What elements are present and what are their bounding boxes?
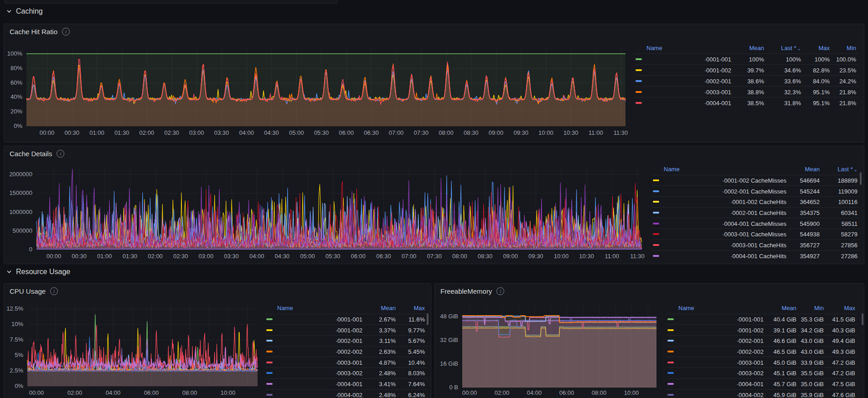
legend-row[interactable]: ·0003-0014.87%10.4% — [265, 357, 428, 367]
legend-series-name: ·0001-001 — [737, 316, 764, 322]
x-tick-label: 03:30 — [214, 129, 229, 136]
x-tick-label: 06:00 — [144, 389, 159, 396]
legend-column-mean[interactable]: Mean — [781, 304, 796, 311]
legend-value-max: 41.5 GiB — [832, 316, 855, 322]
legend-column-max[interactable]: Max — [844, 304, 855, 311]
legend-row[interactable]: ·0003-0022.48%8.03% — [265, 367, 428, 378]
legend-column-name[interactable]: Name — [678, 304, 694, 311]
legend-value-max: 95.1% — [813, 99, 830, 106]
legend-series-name: ·0001-002 CacheHits — [730, 199, 786, 205]
legend-column-min[interactable]: Min — [847, 45, 856, 51]
legend-row[interactable]: ·0002-00246.5 GiB43.0 GiB49.3 GiB — [666, 346, 858, 357]
x-tick-label: 04:30 — [264, 129, 279, 136]
legend-column-max[interactable]: Max — [818, 45, 830, 51]
legend-value-max: 49.3 GiB — [832, 348, 855, 355]
series-color-swatch — [636, 69, 642, 71]
x-tick-label: 02:00 — [67, 389, 83, 396]
legend-row[interactable]: ·0001-0023.37%9.77% — [265, 324, 428, 335]
legend-value-last: 32.3% — [784, 88, 801, 95]
x-tick-label: 10:00 — [538, 129, 553, 136]
legend-value-mean: 354375 — [800, 209, 820, 216]
legend-header: NameMeanLast *⌄ — [652, 163, 860, 174]
x-tick-label: 11:00 — [605, 253, 620, 260]
x-tick-label: 00:00 — [462, 389, 477, 396]
section-row-resource-usage[interactable]: Resource Usage — [6, 268, 70, 276]
legend-column-min[interactable]: Min — [814, 304, 824, 311]
legend-column-last[interactable]: Last *⌄ — [781, 45, 801, 51]
legend-row[interactable]: ·0003-00145.0 GiB33.9 GiB47.2 GiB — [666, 357, 858, 367]
legend-row[interactable]: ·0001-00239.1 GiB34.2 GiB40.3 GiB — [666, 324, 858, 335]
legend-column-name[interactable]: Name — [277, 304, 293, 311]
fm-chart[interactable] — [462, 305, 657, 388]
legend-row[interactable]: ·0003-00138.8%32.3%95.1%21.8% — [635, 86, 859, 97]
legend-value-mean: 354927 — [800, 252, 820, 259]
info-icon[interactable]: i — [57, 150, 64, 158]
x-tick-label: 00:00 — [46, 253, 62, 260]
legend-row[interactable]: ·0002-001 CacheMisses545244119009 — [652, 185, 860, 196]
legend-header: NameMeanLast *⌄MaxMin — [635, 42, 859, 53]
legend-column-max[interactable]: Max — [413, 304, 425, 311]
x-tick-label: 08:00 — [452, 253, 467, 260]
info-icon[interactable]: i — [62, 28, 70, 36]
legend-row[interactable]: ·0002-00138.6%33.6%84.0%24.2% — [635, 75, 859, 86]
section-row-caching[interactable]: Caching — [6, 7, 43, 15]
legend-row[interactable]: ·0001-0012.67%11.6% — [265, 314, 428, 325]
x-tick-label: 00:30 — [64, 129, 79, 136]
series-color-swatch — [266, 351, 273, 352]
panel-title-text: CPU Usage — [10, 287, 46, 295]
legend-row[interactable]: ·0003-001 CacheMisses54493858279 — [652, 229, 860, 240]
legend-value-mean: 2.48% — [379, 370, 396, 377]
legend-value-mean: 45.7 GiB — [773, 381, 796, 388]
legend-row[interactable]: ·0004-00145.7 GiB35.0 GiB47.5 GiB — [666, 378, 858, 389]
legend-row[interactable]: ·0004-001 CacheMisses54590058511 — [652, 218, 860, 229]
legend-row[interactable]: ·0002-0022.63%5.45% — [265, 346, 428, 357]
x-tick-label: 09:30 — [528, 253, 543, 260]
legend-row[interactable]: ·0001-001100%100%100%100.0% — [635, 53, 859, 64]
legend-series-name: ·0004-002 — [737, 391, 764, 398]
cpu-chart[interactable] — [27, 305, 258, 387]
legend-value-mean: 39.1 GiB — [773, 327, 796, 333]
legend-column-mean[interactable]: Mean — [805, 165, 820, 172]
panel-title[interactable]: CPU Usage i — [10, 287, 58, 295]
legend-row[interactable]: ·0003-00245.1 GiB35.5 GiB47.2 GiB — [666, 367, 858, 378]
legend-scrollbar[interactable] — [862, 313, 863, 325]
legend-row[interactable]: ·0004-00138.5%31.8%95.1%21.8% — [635, 97, 859, 108]
x-tick-label: 09:00 — [503, 253, 518, 260]
panel-title[interactable]: FreeableMemory i — [440, 287, 504, 295]
legend-row[interactable]: ·0003-001 CacheHits35672727856 — [652, 240, 860, 250]
legend-row[interactable]: ·0004-0013.41%7.64% — [265, 378, 428, 389]
cd-chart[interactable] — [36, 168, 642, 250]
legend-row[interactable]: ·0001-002 CacheMisses546694188899 — [652, 175, 860, 186]
legend-row[interactable]: ·0002-0013.11%5.67% — [265, 335, 428, 346]
section-title: Caching — [16, 7, 43, 15]
legend-column-mean[interactable]: Mean — [749, 45, 764, 51]
info-icon[interactable]: i — [496, 287, 504, 295]
panel-title[interactable]: Cache Details i — [10, 150, 64, 158]
legend-row[interactable]: ·0001-002 CacheHits364652100116 — [652, 196, 860, 207]
legend-row[interactable]: ·0001-00239.7%34.6%82.8%23.5% — [635, 64, 859, 75]
legend-series-name: ·0001-002 CacheMisses — [722, 177, 786, 184]
x-tick-label: 08:00 — [439, 129, 454, 136]
legend-row[interactable]: ·0002-001 CacheHits35437560341 — [652, 207, 860, 218]
legend-row[interactable]: ·0004-001 CacheHits35492727286 — [652, 250, 860, 261]
legend-value-mean: 2.63% — [379, 348, 396, 355]
panel-title[interactable]: Cache Hit Ratio i — [10, 28, 70, 36]
legend-row[interactable]: ·0002-00146.6 GiB43.0 GiB49.4 GiB — [666, 335, 858, 346]
legend-column-mean[interactable]: Mean — [381, 304, 396, 311]
legend-column-name[interactable]: Name — [664, 165, 680, 172]
legend-row[interactable]: ·0001-00140.4 GiB35.3 GiB41.5 GiB — [666, 314, 858, 325]
legend-row[interactable]: ·0004-0022.48%6.24% — [265, 389, 428, 398]
legend-value-last: 100% — [786, 56, 801, 62]
legend-row[interactable]: ·0004-00245.9 GiB35.9 GiB47.6 GiB — [666, 389, 858, 398]
x-tick-label: 00:00 — [29, 389, 44, 396]
legend-series-name: ·0001-002 — [336, 327, 362, 333]
chr-chart[interactable] — [26, 46, 626, 127]
x-tick-label: 02:00 — [495, 389, 510, 396]
y-tick-label: 0 — [29, 246, 32, 253]
legend-value-last: 100116 — [838, 199, 858, 205]
legend-column-name[interactable]: Name — [646, 45, 662, 51]
legend-column-last[interactable]: Last *⌄ — [837, 165, 858, 172]
x-tick-label: 07:00 — [389, 129, 404, 136]
info-icon[interactable]: i — [50, 287, 58, 295]
series-color-swatch — [653, 190, 659, 192]
